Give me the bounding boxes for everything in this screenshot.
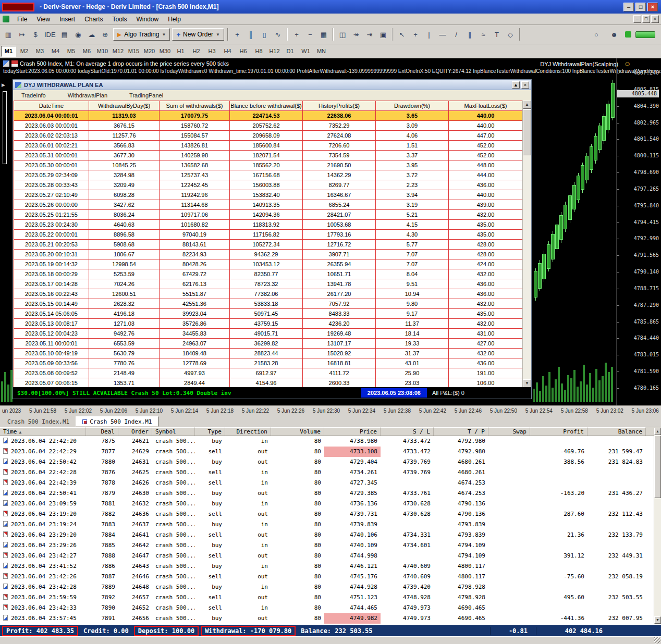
ea-table-row[interactable]: 2023.05.30 00:00:0110845.25136582.681855…	[14, 160, 523, 170]
time-axis[interactable]: un 20235 Jun 21:585 Jun 22:025 Jun 22:06…	[0, 405, 661, 415]
trade-row[interactable]: 2023.06.04 23:42:33789024652crash 500...…	[0, 603, 654, 613]
chart-minimize-button[interactable]: –	[633, 15, 641, 23]
ea-table-row[interactable]: 2023.05.25 01:21:558036.24109717.0614209…	[14, 210, 523, 220]
timeframe-h4[interactable]: H4	[220, 46, 235, 57]
ea-table-row[interactable]: 2023.05.19 00:14:3212998.5480428.2610345…	[14, 259, 523, 269]
timeframe-m6[interactable]: M6	[79, 46, 94, 57]
trade-row[interactable]: 2023.06.04 23:59:59789224657crash 500...…	[0, 592, 654, 603]
ea-table-row[interactable]: 2023.05.14 05:06:054196.1839923.0450971.…	[14, 309, 523, 319]
horizontal-line-icon[interactable]: —	[436, 28, 449, 41]
toolbox-column-header[interactable]: Type	[195, 427, 225, 436]
community-icon[interactable]: ⊕	[99, 28, 112, 41]
ea-table-row[interactable]: 2023.05.11 00:00:016553.5924963.0736299.…	[14, 339, 523, 349]
zoom-in-icon[interactable]: +	[290, 28, 303, 41]
toolbox-column-header[interactable]: Profit	[530, 427, 587, 436]
scroll-up-icon[interactable]: ▲	[654, 428, 661, 435]
toolbox-column-header[interactable]: Deal	[86, 427, 118, 436]
ea-tab-tradingpanel[interactable]: TradingPanel	[129, 92, 163, 98]
ea-table-row[interactable]: 2023.05.09 00:33:567780.7612778.6921583.…	[14, 358, 523, 368]
scroll-down-icon[interactable]: ▼	[654, 616, 661, 624]
ea-panel-window[interactable]: DYJ WITHDRAWAL PLAN EA ▲ × TradeInfoWith…	[13, 79, 532, 399]
new-order-button[interactable]: +New Order▼	[172, 28, 224, 41]
toolbox-column-header[interactable]: Price	[324, 427, 381, 436]
ea-table-row[interactable]: 2023.05.28 00:33:433209.49122452.4515600…	[14, 180, 523, 190]
record-icon[interactable]: ◉	[72, 28, 84, 41]
ea-table-row[interactable]: 2023.06.02 02:03:1311257.76155084.572096…	[14, 131, 523, 141]
arrange-windows-icon[interactable]: ◫	[336, 28, 349, 41]
ea-table-row[interactable]: 2023.05.29 02:34:093284.98125737.4316715…	[14, 170, 523, 180]
autoscroll-icon[interactable]: ↠	[350, 28, 362, 41]
timeframe-d1[interactable]: D1	[283, 46, 298, 57]
trade-row[interactable]: 2023.06.04 22:50:42788024631crash 500...…	[0, 457, 654, 467]
ea-close-button[interactable]: ×	[521, 81, 529, 89]
cloud-icon[interactable]: ☁	[85, 28, 98, 41]
menu-charts[interactable]: Charts	[80, 14, 107, 24]
timeframe-m1[interactable]: M1	[1, 46, 16, 57]
toolbox-tab[interactable]: Crash 500 Index,M1	[1, 416, 76, 427]
ide-icon[interactable]: IDE	[43, 28, 57, 41]
crosshair-icon[interactable]: +	[231, 28, 243, 41]
trade-row[interactable]: 2023.06.04 23:29:26788524642crash 500...…	[0, 540, 654, 551]
timeframe-m5[interactable]: M5	[64, 46, 79, 57]
chart-close-button[interactable]: ×	[651, 15, 659, 23]
candles-mode-icon[interactable]: ▯	[258, 28, 271, 41]
ea-table-row[interactable]: 2023.05.31 00:00:013677.30140259.9818207…	[14, 151, 523, 160]
timeframe-m20[interactable]: M20	[142, 46, 157, 57]
menu-tools[interactable]: Tools	[108, 14, 132, 24]
timeframe-h3[interactable]: H3	[204, 46, 219, 57]
screenshot-icon[interactable]: ▣	[377, 28, 389, 41]
ea-table-row[interactable]: 2023.05.12 00:04:239492.7634455.8349015.…	[14, 329, 523, 339]
menu-view[interactable]: View	[32, 14, 55, 24]
timeframe-m2[interactable]: M2	[17, 46, 32, 57]
ea-table-row[interactable]: 2023.05.18 00:00:295253.5967429.7282350.…	[14, 269, 523, 279]
toolbox-column-header[interactable]: Symbol	[152, 427, 195, 436]
trade-row[interactable]: 2023.06.04 23:42:28788924648crash 500...…	[0, 582, 654, 592]
ea-table-row[interactable]: 2023.05.20 00:10:311806.6782234.9394362.…	[14, 250, 523, 259]
autoshift-icon[interactable]: ↦	[16, 28, 28, 41]
toolbox-column-header[interactable]: Order	[118, 427, 152, 436]
cursor-icon[interactable]: ↖	[396, 28, 408, 41]
timeframe-mn[interactable]: MN	[314, 46, 329, 57]
ea-table-row[interactable]: 2023.05.26 00:00:003427.62113144.6814091…	[14, 200, 523, 210]
ea-table-row[interactable]: 2023.05.13 00:08:171271.0335726.8643759.…	[14, 319, 523, 329]
trade-row[interactable]: 2023.06.04 22:50:41787924630crash 500...…	[0, 488, 654, 499]
ea-table-row[interactable]: 2023.05.17 00:14:287024.2662176.1378723.…	[14, 279, 523, 289]
ea-table-row[interactable]: 2023.05.22 00:00:018896.5897040.19117156…	[14, 230, 523, 240]
ea-table-row[interactable]: 2023.06.03 00:00:013676.15158760.7220575…	[14, 121, 523, 131]
restore-button[interactable]: □	[635, 3, 646, 11]
trade-row[interactable]: 2023.06.04 22:42:39787824626crash 500...…	[0, 478, 654, 488]
trade-row[interactable]: 2023.06.04 23:41:52788624643crash 500...…	[0, 561, 654, 572]
toolbox-column-header[interactable]: T / P	[434, 427, 488, 436]
ea-table-row[interactable]: 2023.06.04 00:00:0111319.03170079.752247…	[14, 111, 523, 121]
ea-table-row[interactable]: 2023.05.16 00:22:4312600.5155151.8777382…	[14, 289, 523, 299]
scroll-down-icon[interactable]: ▼	[523, 379, 531, 388]
timeframe-m4[interactable]: M4	[48, 46, 63, 57]
timeframe-m12[interactable]: M12	[111, 46, 126, 57]
trade-row[interactable]: 2023.06.04 22:42:20787524621crash 500...…	[0, 436, 654, 447]
minimize-button[interactable]: –	[623, 3, 634, 11]
menu-window[interactable]: Window	[132, 14, 164, 24]
chart-type-icon[interactable]: ▥	[2, 28, 15, 41]
ea-panel-titlebar[interactable]: DYJ WITHDRAWAL PLAN EA ▲ ×	[13, 80, 531, 90]
ea-table-row[interactable]: 2023.05.10 00:49:195630.7918409.4828823.…	[14, 349, 523, 358]
trade-row[interactable]: 2023.06.04 23:42:26788724646crash 500...…	[0, 572, 654, 582]
trade-row[interactable]: 2023.06.04 23:57:45789124656crash 500...…	[0, 613, 654, 624]
ea-table-row[interactable]: 2023.05.08 00:09:522148.494997.936912.97…	[14, 368, 523, 378]
ea-table-row[interactable]: 2023.05.23 00:24:304640.63101680.8211831…	[14, 220, 523, 230]
fibonacci-icon[interactable]: ≈	[477, 28, 489, 41]
scroll-up-icon[interactable]: ▲	[523, 101, 531, 109]
algo-trading-button[interactable]: ▶Algo Trading▼	[113, 28, 170, 41]
tile-windows-icon[interactable]: ▦	[317, 28, 330, 41]
trade-row[interactable]: 2023.06.04 22:42:28787624625crash 500...…	[0, 467, 654, 478]
timeframe-m30[interactable]: M30	[157, 46, 173, 57]
menu-help[interactable]: Help	[163, 14, 186, 24]
timeframe-h6[interactable]: H6	[236, 46, 251, 57]
metaeditor-icon[interactable]: ▤	[58, 28, 71, 41]
timeframe-m10[interactable]: M10	[95, 46, 110, 57]
one-click-trading-toggle[interactable]: ▶	[2, 82, 5, 88]
bars-mode-icon[interactable]: ║	[244, 28, 257, 41]
timeframe-h12[interactable]: H12	[267, 46, 282, 57]
quotes-icon[interactable]: $	[29, 28, 42, 41]
ea-table-row[interactable]: 2023.05.21 00:20:535908.6888143.61105272…	[14, 240, 523, 250]
trade-row[interactable]: 2023.06.04 23:29:20788424641crash 500...…	[0, 530, 654, 540]
